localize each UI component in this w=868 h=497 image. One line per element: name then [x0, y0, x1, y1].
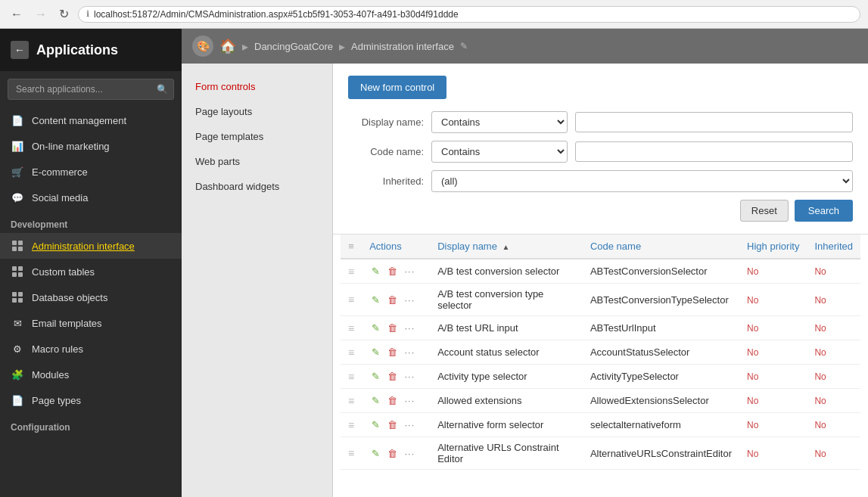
more-button[interactable]: ··· [402, 321, 417, 335]
edit-button[interactable]: ✎ [369, 418, 382, 432]
delete-button[interactable]: 🗑 [385, 321, 400, 335]
table-row: ≡ ✎ 🗑 ··· Activity type selector Activit… [341, 365, 860, 389]
more-button[interactable]: ··· [402, 345, 417, 359]
sidebar-item-macro-rules[interactable]: ⚙ Macro rules [0, 336, 182, 362]
display-name-value-input[interactable] [575, 112, 853, 132]
delete-button[interactable]: 🗑 [385, 345, 400, 359]
sidebar-item-modules[interactable]: 🧩 Modules [0, 362, 182, 387]
edit-button[interactable]: ✎ [369, 293, 382, 307]
sidebar-item-database-objects[interactable]: Database objects [0, 284, 182, 310]
search-icon: 🔍 [157, 84, 168, 95]
drag-handle-icon[interactable]: ≡ [348, 294, 354, 306]
delete-button[interactable]: 🗑 [385, 369, 400, 384]
inherited-select[interactable]: (all) [431, 170, 853, 192]
sidebar: ← Applications 🔍 📄 Content management 📊 … [0, 29, 182, 497]
more-button[interactable]: ··· [402, 293, 417, 307]
filter-area: New form control Display name: Contains … [333, 64, 868, 235]
display-name-cell: Activity type selector [430, 365, 583, 389]
sidebar-search-container: 🔍 [8, 79, 174, 100]
display-name-condition-select[interactable]: Contains [431, 111, 568, 133]
code-name-condition-select[interactable]: Contains [431, 141, 568, 163]
drag-handle-icon[interactable]: ≡ [348, 346, 354, 359]
display-name-cell: A/B test conversion type selector [430, 284, 583, 316]
delete-button[interactable]: 🗑 [385, 393, 400, 408]
edit-button[interactable]: ✎ [369, 321, 382, 335]
configuration-section-label: Configuration [0, 413, 182, 436]
search-input[interactable] [8, 79, 174, 100]
edit-section-icon[interactable]: ✎ [460, 41, 468, 51]
reload-button[interactable]: ↻ [56, 5, 72, 23]
edit-button[interactable]: ✎ [369, 345, 382, 359]
code-name-value-input[interactable] [575, 141, 853, 162]
delete-button[interactable]: 🗑 [385, 446, 400, 461]
high-priority-cell: No [739, 413, 807, 437]
sidebar-item-online-marketing[interactable]: 📊 On-line marketing [0, 133, 182, 159]
reset-button[interactable]: Reset [740, 200, 789, 222]
drag-handle-icon[interactable]: ≡ [348, 371, 354, 383]
drag-cell: ≡ [341, 437, 362, 470]
high-priority-cell: No [739, 316, 807, 340]
subnav-item-web-parts[interactable]: Web parts [182, 149, 332, 174]
sidebar-item-label: Social media [32, 192, 88, 203]
table-row: ≡ ✎ 🗑 ··· Allowed extensions AllowedExte… [341, 389, 860, 413]
sidebar-back-button[interactable]: ← [11, 41, 29, 59]
display-name-filter-row: Display name: Contains [348, 111, 853, 133]
url-bar[interactable]: ℹ localhost:51872/Admin/CMSAdministratio… [78, 6, 860, 23]
col-header-actions[interactable]: Actions [362, 235, 430, 259]
table-row: ≡ ✎ 🗑 ··· Alternative form selector sele… [341, 413, 860, 437]
sidebar-header: ← Applications [0, 29, 182, 71]
page-types-icon: 📄 [11, 393, 24, 407]
back-button[interactable]: ← [8, 6, 26, 23]
more-button[interactable]: ··· [402, 369, 417, 384]
more-button[interactable]: ··· [402, 264, 417, 278]
sidebar-item-content-management[interactable]: 📄 Content management [0, 107, 182, 133]
sidebar-item-social-media[interactable]: 💬 Social media [0, 185, 182, 210]
table-row: ≡ ✎ 🗑 ··· A/B test URL input ABTestUrlIn… [341, 316, 860, 340]
search-button[interactable]: Search [795, 200, 853, 222]
drag-handle-icon[interactable]: ≡ [348, 266, 354, 278]
drag-handle-icon[interactable]: ≡ [348, 447, 354, 459]
delete-button[interactable]: 🗑 [385, 418, 400, 432]
sidebar-item-admin-interface[interactable]: Administration interface [0, 233, 182, 259]
delete-button[interactable]: 🗑 [385, 264, 400, 278]
subnav-item-dashboard-widgets[interactable]: Dashboard widgets [182, 174, 332, 199]
edit-button[interactable]: ✎ [369, 393, 382, 408]
breadcrumb-section[interactable]: Administration interface [351, 41, 454, 52]
col-header-display-name[interactable]: Display name ▲ [430, 235, 583, 259]
subnav-item-page-layouts[interactable]: Page layouts [182, 99, 332, 124]
edit-button[interactable]: ✎ [369, 446, 382, 461]
inherited-cell: No [807, 316, 860, 340]
subnav-item-form-controls[interactable]: Form controls [182, 74, 332, 99]
drag-header-icon: ≡ [348, 241, 354, 252]
sidebar-section-configuration: Configuration [0, 413, 182, 436]
new-form-control-button[interactable]: New form control [348, 76, 446, 99]
col-header-inherited[interactable]: Inherited [807, 235, 860, 259]
inherited-filter-row: Inherited: (all) [348, 170, 853, 192]
drag-handle-icon[interactable]: ≡ [348, 419, 354, 431]
col-header-code-name[interactable]: Code name [583, 235, 739, 259]
more-button[interactable]: ··· [402, 418, 417, 432]
drag-handle-icon[interactable]: ≡ [348, 322, 354, 334]
edit-button[interactable]: ✎ [369, 264, 382, 278]
drag-handle-icon[interactable]: ≡ [348, 395, 354, 407]
sidebar-item-custom-tables[interactable]: Custom tables [0, 259, 182, 284]
sidebar-section-main: 📄 Content management 📊 On-line marketing… [0, 107, 182, 210]
col-header-high-priority[interactable]: High priority [739, 235, 807, 259]
inherited-cell: No [807, 284, 860, 316]
subnav-item-page-templates[interactable]: Page templates [182, 124, 332, 149]
more-button[interactable]: ··· [402, 446, 417, 461]
sidebar-item-ecommerce[interactable]: 🛒 E-commerce [0, 159, 182, 185]
sidebar-item-page-types[interactable]: 📄 Page types [0, 387, 182, 413]
breadcrumb-app[interactable]: DancingGoatCore [254, 41, 333, 52]
edit-button[interactable]: ✎ [369, 369, 382, 384]
inherited-cell: No [807, 389, 860, 413]
delete-button[interactable]: 🗑 [385, 293, 400, 307]
actions-cell: ✎ 🗑 ··· [362, 413, 430, 437]
actions-cell: ✎ 🗑 ··· [362, 437, 430, 470]
forward-button[interactable]: → [32, 6, 50, 23]
sidebar-item-email-templates[interactable]: ✉ Email templates [0, 310, 182, 336]
drag-cell: ≡ [341, 340, 362, 365]
svg-rect-0 [12, 241, 17, 245]
home-icon[interactable]: 🏠 [219, 38, 236, 54]
more-button[interactable]: ··· [402, 393, 417, 408]
